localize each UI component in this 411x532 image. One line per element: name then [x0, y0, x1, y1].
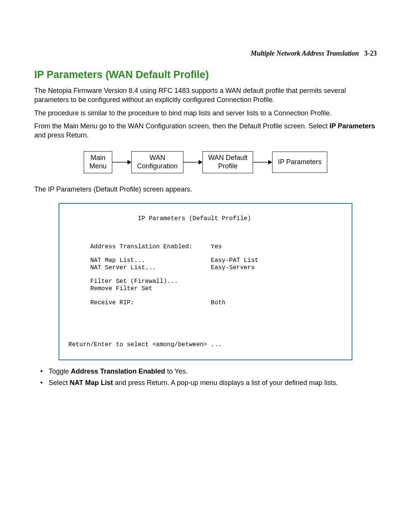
flow-box-wan-config: WAN Configuration	[131, 151, 183, 173]
header-page: 3-23	[364, 50, 377, 57]
list-item: Toggle Address Translation Enabled to Ye…	[39, 366, 377, 376]
flow-diagram: Main Menu WAN Configuration WAN Default …	[34, 151, 377, 173]
terminal-screen: IP Parameters (Default Profile) Address …	[59, 203, 352, 360]
arrow-icon	[112, 158, 131, 166]
flow-box-wan-default: WAN Default Profile	[202, 151, 253, 173]
section-title: IP Parameters (WAN Default Profile)	[34, 69, 377, 81]
paragraph-3: From the Main Menu go to the WAN Configu…	[34, 121, 377, 140]
flow-box-main-menu: Main Menu	[84, 151, 112, 173]
bullet-1-bold: Address Translation Enabled	[71, 367, 165, 375]
bullet-1-pre: Toggle	[49, 367, 71, 375]
document-page: Multiple Network Address Translation3-23…	[0, 0, 411, 424]
svg-marker-5	[268, 160, 272, 165]
paragraph-3-pre: From the Main Menu go to the WAN Configu…	[34, 122, 330, 130]
paragraph-2: The procedure is similar to the procedur…	[34, 109, 377, 118]
paragraph-3-bold: IP Parameters	[330, 122, 375, 130]
svg-marker-3	[199, 160, 202, 165]
page-header: Multiple Network Address Translation3-23	[34, 50, 377, 58]
bullet-2-bold: NAT Map List	[70, 379, 113, 387]
list-item: Select NAT Map List and press Return. A …	[39, 378, 377, 388]
paragraph-4: The IP Parameters (Default Profile) scre…	[34, 185, 377, 194]
bullet-1-post: to Yes.	[165, 367, 188, 375]
bullet-list: Toggle Address Translation Enabled to Ye…	[39, 366, 377, 388]
bullet-2-pre: Select	[49, 379, 70, 387]
arrow-icon	[253, 158, 272, 166]
arrow-icon	[183, 158, 202, 166]
flow-box-ip-params: IP Parameters	[272, 152, 327, 173]
svg-marker-1	[127, 160, 131, 165]
header-section: Multiple Network Address Translation	[251, 50, 359, 57]
paragraph-3-post: and press Return.	[34, 131, 89, 139]
paragraph-1: The Netopia Firmware Version 8.4 using R…	[34, 86, 377, 105]
bullet-2-post: and press Return. A pop-up menu displays…	[113, 379, 338, 387]
